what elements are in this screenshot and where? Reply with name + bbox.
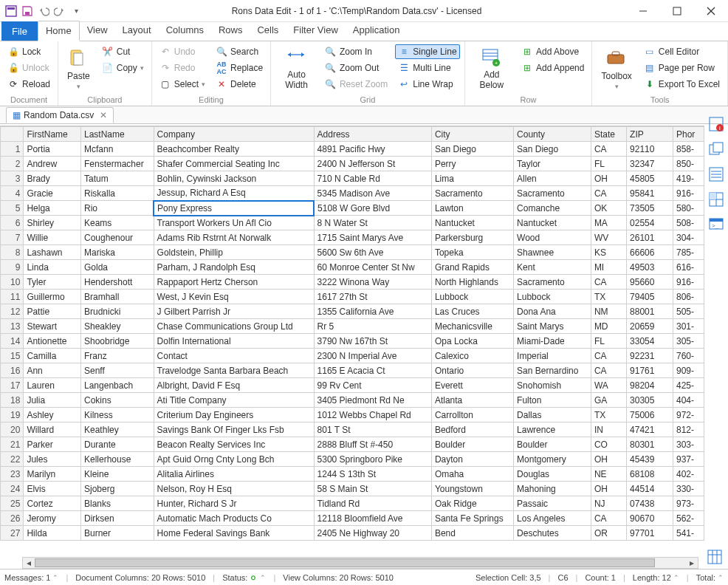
cell[interactable]: Bramhall [81, 290, 154, 304]
cell[interactable]: Youngstown [431, 482, 513, 496]
undo-icon[interactable] [37, 4, 50, 18]
cell[interactable]: 32347 [627, 157, 673, 171]
cell[interactable]: Parker [24, 437, 81, 452]
cell[interactable]: Dona Ana [514, 304, 591, 319]
cell[interactable]: Dayton [431, 452, 513, 467]
cell[interactable]: 58 S Main St [314, 482, 431, 496]
cell[interactable]: Kleine [81, 467, 154, 482]
cell[interactable]: 305- [673, 334, 704, 349]
cell[interactable]: Boulder [514, 437, 591, 452]
cell[interactable]: Sheakley [81, 319, 154, 334]
cell[interactable]: 75006 [627, 408, 673, 422]
cell[interactable]: 1244 S 13th St [314, 467, 431, 482]
addabove-button[interactable]: ⊞Add Above [518, 44, 587, 59]
cell[interactable]: 2400 N Jefferson St [314, 157, 431, 171]
cell[interactable]: OH [591, 452, 626, 467]
cell[interactable]: Opa Locka [431, 334, 513, 349]
status-messages[interactable]: Messages: 1⌃ [4, 573, 58, 582]
cell[interactable]: 3790 Nw 167th St [314, 334, 431, 349]
column-header[interactable]: Address [314, 127, 431, 142]
cell[interactable]: 909- [673, 363, 704, 378]
cell[interactable]: Nantucket [514, 216, 591, 230]
cell[interactable]: 580- [673, 201, 704, 216]
redo-button[interactable]: ↷Redo [157, 61, 208, 75]
cell[interactable]: TX [591, 408, 626, 422]
cell[interactable]: 92231 [627, 349, 673, 363]
cell[interactable]: Los Angeles [514, 511, 591, 526]
cell[interactable]: 4891 Pacific Hwy [314, 142, 431, 157]
cell[interactable]: Oak Ridge [431, 496, 513, 511]
cell[interactable]: Grand Rapids [431, 260, 513, 275]
cell[interactable]: Calexico [431, 349, 513, 363]
cell[interactable]: 02554 [627, 216, 673, 230]
cell[interactable]: Santa Fe Springs [431, 511, 513, 526]
cell[interactable]: San Diego [514, 142, 591, 157]
cell[interactable]: MA [591, 216, 626, 230]
addbelow-button[interactable]: +Add Below [470, 44, 514, 94]
cell[interactable]: 07438 [627, 496, 673, 511]
row-number[interactable]: 10 [1, 275, 24, 290]
cell[interactable]: Ati Title Company [154, 393, 314, 408]
exportexcel-button[interactable]: ⬇Export To Excel [641, 77, 723, 92]
column-header[interactable]: Phor [673, 127, 704, 142]
cell[interactable]: San Bernardino [514, 363, 591, 378]
cell[interactable]: Nantucket [431, 216, 513, 230]
row-number[interactable]: 5 [1, 201, 24, 216]
cell[interactable]: 95841 [627, 186, 673, 201]
row-number[interactable]: 6 [1, 216, 24, 230]
cell[interactable]: 402- [673, 467, 704, 482]
ribbon-tab-cells[interactable]: Cells [250, 21, 286, 41]
cell[interactable]: Shafer Commercial Seating Inc [154, 157, 314, 171]
cell[interactable]: Apt Guid Orng Cnty Long Bch [154, 452, 314, 467]
cell[interactable]: Ann [24, 363, 81, 378]
cell[interactable]: Portia [24, 142, 81, 157]
cell[interactable]: 99 Rv Cent [314, 378, 431, 393]
cell[interactable]: Passaic [514, 496, 591, 511]
cell[interactable]: Montgomery [514, 452, 591, 467]
copy-button[interactable]: 📄Copy▾ [99, 61, 147, 75]
column-header[interactable]: FirstName [24, 127, 81, 142]
cell[interactable]: Rio [81, 201, 154, 216]
cell[interactable]: North Highlands [431, 275, 513, 290]
cell[interactable]: Tidland Rd [314, 496, 431, 511]
cell[interactable]: Perry [431, 157, 513, 171]
cell[interactable]: 916- [673, 275, 704, 290]
cell[interactable]: 508- [673, 216, 704, 230]
cell[interactable]: Lashawn [24, 245, 81, 260]
cell[interactable]: 97701 [627, 526, 673, 541]
cell[interactable]: Snohomish [514, 378, 591, 393]
row-number[interactable]: 11 [1, 290, 24, 304]
multiline-button[interactable]: ☰Multi Line [395, 61, 459, 75]
console-panel-icon[interactable]: >_ [707, 216, 725, 233]
cell[interactable]: Las Cruces [431, 304, 513, 319]
cell[interactable]: 937- [673, 452, 704, 467]
cell[interactable]: Helga [24, 201, 81, 216]
cell[interactable]: Goldstein, Phillip [154, 245, 314, 260]
unlock-button[interactable]: 🔓Unlock [4, 61, 53, 75]
column-header[interactable]: State [591, 127, 626, 142]
status-status[interactable]: Status: ⭘⌃ [222, 573, 266, 582]
file-tab[interactable]: File [1, 21, 38, 41]
cell[interactable]: Cokins [81, 393, 154, 408]
cell[interactable]: 404- [673, 393, 704, 408]
cell[interactable]: Shirley [24, 216, 81, 230]
cell[interactable]: Topeka [431, 245, 513, 260]
ribbon-tab-columns[interactable]: Columns [159, 21, 211, 41]
cell[interactable]: 47421 [627, 422, 673, 437]
cell[interactable]: Boulder [431, 437, 513, 452]
cell[interactable]: Omaha [431, 467, 513, 482]
cell[interactable]: Hunter, Richard S Jr [154, 496, 314, 511]
cell[interactable]: Dallas [514, 408, 591, 422]
cell[interactable]: 68108 [627, 467, 673, 482]
cell[interactable]: Sacramento [431, 186, 513, 201]
cell[interactable]: Senff [81, 363, 154, 378]
column-header[interactable]: ZIP [627, 127, 673, 142]
cell[interactable]: Bend [431, 526, 513, 541]
row-number[interactable]: 1 [1, 142, 24, 157]
ribbon-tab-layout[interactable]: Layout [115, 21, 159, 41]
cell[interactable]: San Diego [431, 142, 513, 157]
cell[interactable]: Tyler [24, 275, 81, 290]
cell[interactable]: Rappaport Hertz Cherson [154, 275, 314, 290]
scroll-right-icon[interactable]: ▸ [686, 558, 698, 568]
cell[interactable]: Hendershott [81, 275, 154, 290]
